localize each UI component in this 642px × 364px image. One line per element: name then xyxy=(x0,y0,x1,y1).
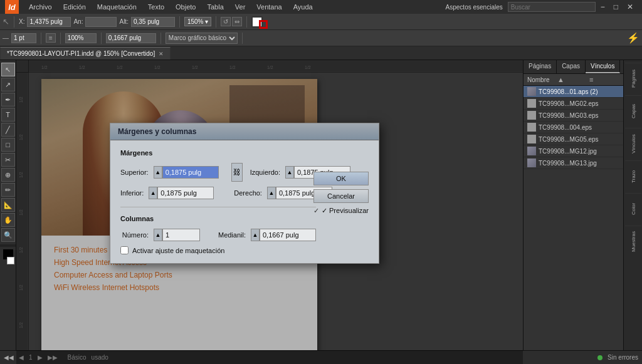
select-tool-icon: ↖ xyxy=(3,17,9,26)
panel-sort-icon[interactable]: ▲ xyxy=(555,76,587,83)
menu-tabla[interactable]: Tabla xyxy=(202,2,228,12)
close-button[interactable]: ✕ xyxy=(623,3,637,11)
link-name-1: TC99908...MG02.eps xyxy=(539,100,599,107)
medianil-input[interactable] xyxy=(260,229,316,241)
menu-archivo[interactable]: Archivo xyxy=(24,2,57,12)
numero-input[interactable] xyxy=(162,229,200,241)
link-thumb-4 xyxy=(527,135,536,143)
superior-spinner-up[interactable]: ▲ xyxy=(154,166,162,179)
dialog-buttons: OK Cancelar ✓ ✓ Previsualizar xyxy=(313,172,369,215)
stroke-input[interactable] xyxy=(11,33,36,43)
maximize-button[interactable]: □ xyxy=(610,3,622,11)
far-panel-vinculos[interactable]: Vínculos xyxy=(625,128,641,159)
hand-tool[interactable]: ✋ xyxy=(1,213,15,227)
far-panel-paginas[interactable]: Páginas xyxy=(625,63,641,94)
align-left-icon[interactable]: ≡ xyxy=(46,33,56,43)
scale-input[interactable] xyxy=(65,33,97,43)
zoom-dropdown-icon: ▾ xyxy=(205,18,208,25)
zoom-tool[interactable]: 🔍 xyxy=(1,228,15,242)
link-thumb-2 xyxy=(527,111,536,120)
panel-toggle-icon[interactable]: ⚡ xyxy=(627,32,639,44)
tab-close-icon[interactable]: ✕ xyxy=(159,51,164,57)
menu-ventana[interactable]: Ventana xyxy=(251,2,287,12)
columns-row: Número: ▲ Medianil: ▲ xyxy=(120,229,316,241)
free-transform-tool[interactable]: ⊕ xyxy=(1,168,15,182)
far-panel-muestras[interactable]: Muestras xyxy=(625,226,641,257)
direct-select-tool[interactable]: ↗ xyxy=(1,78,15,91)
canvas-area[interactable]: 1/2 1/2 1/2 1/2 1/2 1/2 1/2 1/2 1/2 1/2 … xyxy=(16,60,523,364)
menu-objeto[interactable]: Objeto xyxy=(171,2,201,12)
activar-row: Activar ajuste de maquetación xyxy=(120,246,316,254)
rect-tool[interactable]: □ xyxy=(1,138,15,152)
link-item-4[interactable]: TC99908...MG05.eps xyxy=(524,133,623,145)
minimize-button[interactable]: − xyxy=(597,3,609,11)
inferior-input[interactable] xyxy=(157,187,214,199)
link-item-3[interactable]: TC99908...004.eps xyxy=(524,122,623,133)
panel-menu-icon[interactable]: ≡ xyxy=(587,76,619,83)
panel-tab-vinculos[interactable]: Vínculos xyxy=(586,60,620,73)
ok-button[interactable]: OK xyxy=(313,172,369,185)
link-icon-margins[interactable]: ⛓ xyxy=(231,163,243,182)
panel-header: Nombre ▲ ≡ xyxy=(524,74,623,86)
w-input[interactable] xyxy=(106,33,156,43)
izquierdo-spinner-up[interactable]: ▲ xyxy=(285,166,294,179)
link-item-0[interactable]: TC99908...01.aps (2) xyxy=(524,86,623,98)
x-input[interactable] xyxy=(27,17,71,27)
link-item-6[interactable]: TC99908...MG13.jpg xyxy=(524,157,623,169)
far-panel-trazo[interactable]: Trazo xyxy=(625,160,641,192)
panel-tab-capas[interactable]: Capas xyxy=(557,60,586,73)
frame-type-select[interactable]: Marco gráfico básico xyxy=(166,33,238,44)
far-panel-capas[interactable]: Capas xyxy=(625,95,641,127)
far-panel-color[interactable]: Color xyxy=(625,193,641,224)
superior-input[interactable] xyxy=(162,166,219,179)
background-color[interactable] xyxy=(7,257,14,264)
medianil-spinner-up[interactable]: ▲ xyxy=(251,229,260,241)
inferior-row: Inferior: ▲ Derecho: ▲ xyxy=(120,187,316,199)
eyedropper-tool[interactable]: ✏ xyxy=(1,183,15,197)
search-input[interactable] xyxy=(508,2,596,12)
link-item-2[interactable]: TC99908...MG03.eps xyxy=(524,110,623,122)
menu-edicion[interactable]: Edición xyxy=(58,2,91,12)
flip-icon[interactable]: ⇔ xyxy=(232,17,242,26)
link-name-6: TC99908...MG13.jpg xyxy=(539,160,597,167)
rotate-icon[interactable]: ↺ xyxy=(221,17,231,26)
numero-spinner-up[interactable]: ▲ xyxy=(154,229,162,241)
menu-texto[interactable]: Texto xyxy=(143,2,169,12)
toolbar1: ↖ X: An: Alt: 150% ▾ ↺ ⇔ xyxy=(0,14,642,30)
preview-label: ✓ Previsualizar xyxy=(322,207,369,215)
pen-tool[interactable]: ✒ xyxy=(1,93,15,107)
an-input[interactable] xyxy=(85,17,117,27)
align-buttons: ≡ xyxy=(46,33,56,43)
inferior-spinner-up[interactable]: ▲ xyxy=(149,187,157,199)
select-tool[interactable]: ↖ xyxy=(1,63,15,76)
menu-maquetacion[interactable]: Maquetación xyxy=(92,2,142,12)
activar-checkbox[interactable] xyxy=(120,246,129,254)
check-icon: ✓ xyxy=(313,207,319,215)
line-tool[interactable]: ╱ xyxy=(1,123,15,137)
document-tab[interactable]: *TC9990801-LAYOUT-PI1.indd @ 150% [Conve… xyxy=(0,47,171,60)
scissors-tool[interactable]: ✂ xyxy=(1,153,15,167)
link-item-1[interactable]: TC99908...MG02.eps xyxy=(524,98,623,110)
cancel-button[interactable]: Cancelar xyxy=(313,189,369,203)
modal-overlay: Márgenes y columnas OK Cancelar ✓ ✓ Prev… xyxy=(16,60,523,364)
dialog-title: Márgenes y columnas xyxy=(110,123,379,140)
alt-input[interactable] xyxy=(131,17,175,27)
panel-tab-paginas[interactable]: Páginas xyxy=(524,60,557,73)
zoom-control[interactable]: 150% ▾ xyxy=(184,17,211,26)
link-thumb-0 xyxy=(527,87,536,96)
derecho-spinner-up[interactable]: ▲ xyxy=(267,187,276,199)
link-name-4: TC99908...MG05.eps xyxy=(539,136,599,143)
menu-ver[interactable]: Ver xyxy=(230,2,251,12)
superior-label: Superior: xyxy=(120,169,149,176)
menu-bar: Id Archivo Edición Maquetación Texto Obj… xyxy=(0,0,642,14)
link-item-5[interactable]: TC99908...MG12.jpg xyxy=(524,145,623,157)
measure-tool[interactable]: 📐 xyxy=(1,198,15,212)
menu-ayuda[interactable]: Ayuda xyxy=(288,2,318,12)
panel-tabs: Páginas Capas Vínculos xyxy=(524,60,623,74)
link-name-3: TC99908...004.eps xyxy=(539,124,592,131)
fill-stroke-area xyxy=(251,16,273,28)
text-tool[interactable]: T xyxy=(1,108,15,122)
nav-first-icon[interactable]: ◀◀ xyxy=(4,354,14,361)
dialog-divider xyxy=(120,207,316,207)
stroke-swatch[interactable] xyxy=(259,20,268,29)
